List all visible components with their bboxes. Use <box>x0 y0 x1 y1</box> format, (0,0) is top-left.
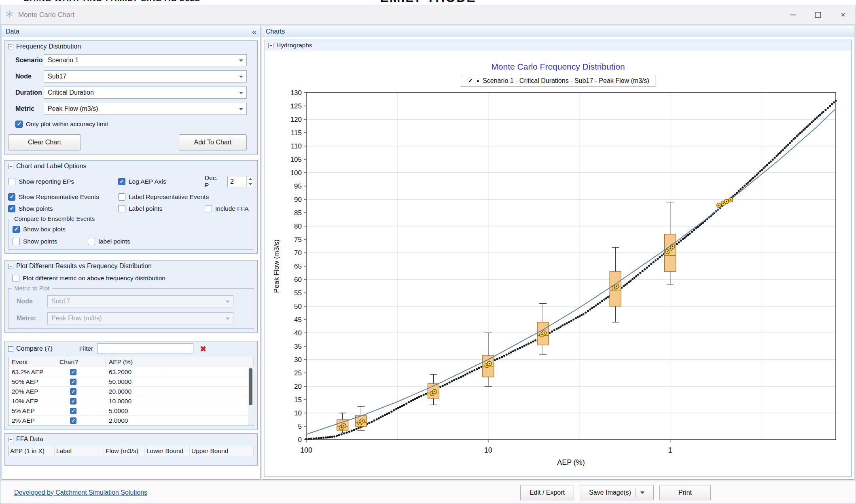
group-title: Compare (7) <box>16 345 53 352</box>
minimize-button[interactable] <box>780 5 805 24</box>
spin-up-button[interactable] <box>247 176 254 182</box>
group-title: Chart and Label Options <box>16 163 86 170</box>
legend-label: Scenario 1 - Critical Durations - Sub17 … <box>483 77 649 85</box>
window-title: Monte Carlo Chart <box>18 11 74 19</box>
svg-text:125: 125 <box>290 102 302 110</box>
table-row: 63.2% AEP 63.2000 <box>8 367 254 377</box>
maximize-button[interactable] <box>805 5 831 24</box>
svg-text:60: 60 <box>294 276 302 284</box>
scenario-label: Scenario <box>8 57 44 64</box>
collapse-panel-button[interactable]: « <box>252 28 256 36</box>
titlebar: Monte Carlo Chart × <box>0 5 856 25</box>
legend-marker-icon <box>477 80 479 82</box>
dec-p-label: Dec. P <box>205 174 221 189</box>
chart-row-checkbox[interactable] <box>70 398 76 404</box>
svg-text:115: 115 <box>291 129 302 137</box>
accuracy-limit-checkbox[interactable] <box>15 121 23 128</box>
table-row: 50% AEP 50.0000 <box>8 377 254 387</box>
add-to-chart-button[interactable]: Add To Chart <box>179 134 247 150</box>
svg-text:45: 45 <box>294 316 302 324</box>
legend-checkbox[interactable] <box>467 78 473 84</box>
metric-label: Metric <box>8 105 44 112</box>
plot-different-metric-checkbox[interactable] <box>12 275 19 282</box>
svg-text:30: 30 <box>294 356 302 364</box>
background-text-center: EMILY THODE <box>380 0 476 5</box>
svg-text:55: 55 <box>294 289 302 297</box>
group-title: Frequency Distribution <box>16 43 81 50</box>
button-divider <box>635 488 636 497</box>
table-row: 10% AEP 10.0000 <box>8 396 254 406</box>
chart-label-options-group: Chart and Label Options Show reporting E… <box>4 160 258 254</box>
svg-text:105: 105 <box>290 156 302 163</box>
label-points-checkbox[interactable] <box>118 205 125 212</box>
developer-link[interactable]: Developed by Catchment Simulation Soluti… <box>14 489 147 496</box>
svg-text:80: 80 <box>294 222 302 230</box>
ffa-data-group: FFA Data AEP (1 in X) Label Flow (m3/s) … <box>4 433 258 466</box>
svg-text:35: 35 <box>294 343 302 350</box>
dec-p-input[interactable] <box>228 176 246 187</box>
compare-scrollbar[interactable] <box>248 367 253 425</box>
svg-text:110: 110 <box>291 142 302 150</box>
label-representative-events-checkbox[interactable] <box>118 193 125 201</box>
svg-text:0: 0 <box>298 436 302 444</box>
show-box-plots-checkbox[interactable] <box>13 226 20 233</box>
svg-text:15: 15 <box>294 396 302 404</box>
metric-label: Metric <box>13 315 44 322</box>
chart-row-checkbox[interactable] <box>70 369 76 375</box>
log-aep-axis-checkbox[interactable] <box>118 178 125 185</box>
chart-row-checkbox[interactable] <box>70 388 76 395</box>
chart-row-checkbox[interactable] <box>70 379 76 385</box>
group-title: FFA Data <box>16 436 43 443</box>
table-row: 2% AEP 2.0000 <box>8 416 254 426</box>
close-button[interactable]: × <box>831 5 856 24</box>
duration-dropdown[interactable]: Critical Duration <box>44 87 247 99</box>
node-dropdown[interactable]: Sub17 <box>44 70 247 83</box>
svg-text:75: 75 <box>294 236 302 244</box>
scrollbar-thumb[interactable] <box>249 368 252 405</box>
save-images-button[interactable]: Save Image(s) <box>580 485 654 500</box>
print-button[interactable]: Print <box>659 485 711 500</box>
svg-text:70: 70 <box>294 249 302 257</box>
plot-node-dropdown[interactable]: Sub17 <box>47 295 233 307</box>
clear-chart-button[interactable]: Clear Chart <box>8 134 81 150</box>
app-icon <box>5 10 13 20</box>
plot-metric-dropdown[interactable]: Peak Flow (m3/s) <box>47 312 233 324</box>
chart-row-checkbox[interactable] <box>70 417 76 424</box>
monte-carlo-chart-window: Monte Carlo Chart × Data « Frequency Dis… <box>0 5 856 504</box>
svg-text:100: 100 <box>290 169 302 177</box>
ensemble-label-points-checkbox[interactable] <box>88 238 95 245</box>
show-representative-events-checkbox[interactable] <box>8 193 15 201</box>
clear-filter-icon[interactable]: ✖ <box>200 345 206 353</box>
scenario-dropdown[interactable]: Scenario 1 <box>44 54 247 66</box>
svg-text:50: 50 <box>294 303 302 310</box>
plot-area: 0510152025303540455055606570758085909510… <box>265 87 851 476</box>
plot-different-results-group: Plot Different Results vs Frequency Dist… <box>4 260 258 333</box>
chart-row-checkbox[interactable] <box>70 408 76 414</box>
collapse-group-icon[interactable] <box>8 44 13 49</box>
filter-input[interactable] <box>97 343 193 354</box>
svg-text:5: 5 <box>298 423 302 430</box>
edit-export-button[interactable]: Edit / Export <box>520 485 574 500</box>
collapse-group-icon[interactable] <box>268 43 273 48</box>
collapse-group-icon[interactable] <box>8 264 13 269</box>
hydrographs-group: Hydrographs Monte Carlo Frequency Distri… <box>265 40 852 477</box>
svg-text:40: 40 <box>294 329 302 337</box>
ensemble-show-points-checkbox[interactable] <box>13 238 20 245</box>
svg-text:10: 10 <box>484 446 492 454</box>
metric-dropdown[interactable]: Peak Flow (m3/s) <box>44 103 247 115</box>
collapse-group-icon[interactable] <box>8 437 13 442</box>
show-points-checkbox[interactable] <box>8 205 15 212</box>
chevron-down-icon <box>226 301 230 303</box>
frequency-distribution-plot: 0510152025303540455055606570758085909510… <box>265 87 850 471</box>
include-ffa-checkbox[interactable] <box>205 205 212 212</box>
charts-panel-title: Charts <box>266 28 285 35</box>
compare-table: Event Chart? AEP (%) 63.2% AEP 63.2000 5… <box>8 357 254 426</box>
table-row: 20% AEP 20.0000 <box>8 387 254 396</box>
dec-p-stepper[interactable] <box>227 176 254 187</box>
show-reporting-eps-checkbox[interactable] <box>8 178 15 185</box>
svg-text:120: 120 <box>290 116 302 123</box>
spin-down-button[interactable] <box>247 182 254 187</box>
collapse-group-icon[interactable] <box>8 164 13 169</box>
collapse-group-icon[interactable] <box>8 346 13 352</box>
group-title: Hydrographs <box>276 42 312 49</box>
